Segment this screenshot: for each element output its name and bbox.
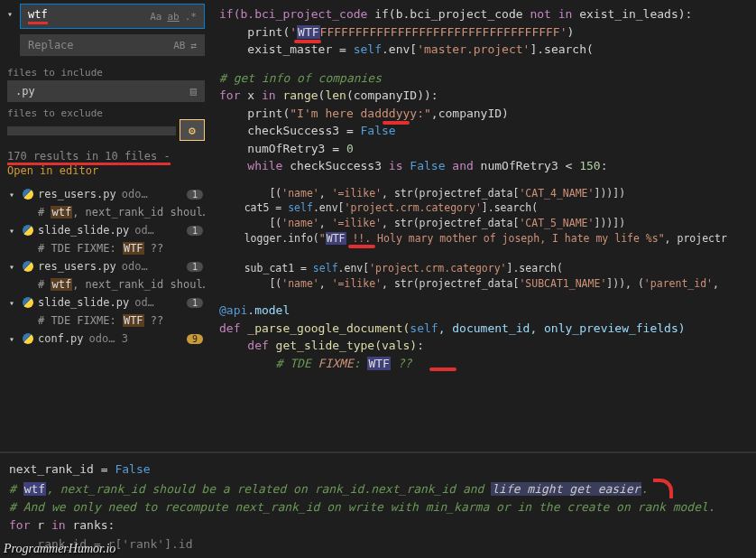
chevron-down-icon[interactable]: ▾	[9, 298, 18, 308]
search-sidebar: ▾ wtf Aa ab .* Replace AB ⇄	[0, 0, 212, 451]
files-exclude-label: files to exclude	[7, 107, 205, 119]
match-count-badge: 1	[187, 262, 203, 272]
replace-all-icon[interactable]: ⇄	[190, 40, 197, 51]
match-line[interactable]: # TDE FIXME: WTF ??	[7, 312, 205, 329]
search-value: wtf	[28, 8, 48, 24]
match-count-badge: 1	[187, 226, 203, 236]
watermark: ProgrammerHumor.io	[4, 542, 115, 556]
chevron-down-icon[interactable]: ▾	[9, 190, 18, 200]
match-count-badge: 9	[187, 334, 203, 344]
python-file-icon	[22, 224, 34, 237]
python-file-icon	[22, 260, 34, 273]
files-include-input[interactable]: .py ▤	[7, 80, 205, 102]
python-file-icon	[22, 296, 34, 309]
snippet-2: # get info of companies for x in range(l…	[214, 66, 754, 179]
match-line[interactable]: # TDE FIXME: WTF ??	[7, 240, 205, 256]
chevron-down-icon[interactable]: ▾	[9, 226, 18, 236]
regex-icon[interactable]: .*	[185, 11, 197, 23]
file-name: slide_slide.py	[38, 296, 129, 309]
snippet-4: @api.model def _parse_google_document(se…	[214, 298, 754, 376]
match-word-icon[interactable]: ab	[168, 11, 180, 23]
file-row[interactable]: ▾conf.pyodo… 39	[7, 329, 205, 349]
code-snippets: if(b.bci_project_code if(b.bci_project_c…	[212, 0, 756, 451]
file-name: res_users.py	[38, 188, 116, 200]
files-include-label: files to include	[7, 67, 205, 79]
file-name: slide_slide.py	[38, 224, 129, 237]
footer-snippet: next_rank_id = False # wtf, next_rank_id…	[0, 451, 756, 555]
file-path: odo…	[122, 260, 148, 273]
match-count-badge: 1	[187, 190, 203, 200]
search-input[interactable]: wtf Aa ab .*	[20, 4, 205, 29]
file-name: res_users.py	[38, 260, 116, 273]
replace-input[interactable]: Replace AB ⇄	[20, 34, 205, 56]
open-in-editor-link[interactable]: Open in editor	[7, 164, 205, 177]
file-row[interactable]: ▾res_users.pyodo…1	[7, 184, 205, 204]
match-case-icon[interactable]: Aa	[150, 11, 161, 23]
results-summary: 170 results in 10 files -	[7, 150, 205, 163]
preserve-case-icon[interactable]: AB	[173, 40, 185, 51]
match-count-badge: 1	[187, 298, 203, 308]
files-exclude-input[interactable]	[7, 126, 176, 135]
file-path: odo… 3	[89, 332, 128, 345]
file-row[interactable]: ▾slide_slide.pyod…1	[7, 293, 205, 312]
match-line[interactable]: # wtf, next_rank_id shoul…	[7, 276, 205, 293]
replace-placeholder: Replace	[28, 39, 74, 51]
python-file-icon	[22, 332, 34, 345]
python-file-icon	[22, 188, 34, 200]
match-line[interactable]: # wtf, next_rank_id shoul…	[7, 204, 205, 220]
file-row[interactable]: ▾res_users.pyodo…1	[7, 256, 205, 276]
file-name: conf.py	[38, 332, 84, 345]
book-icon[interactable]: ▤	[190, 85, 197, 98]
toggle-replace-chevron[interactable]: ▾	[7, 9, 16, 19]
file-path: odo…	[122, 188, 148, 200]
file-row[interactable]: ▾slide_slide.pyod…1	[7, 220, 205, 240]
file-path: od…	[134, 224, 154, 237]
files-include-value: .py	[15, 85, 35, 98]
snippet-3: [('name', '=ilike', str(projectref_data[…	[214, 182, 754, 295]
chevron-down-icon[interactable]: ▾	[9, 262, 18, 272]
gear-icon[interactable]: ⚙	[180, 119, 205, 141]
results-tree: ▾res_users.pyodo…1# wtf, next_rank_id sh…	[7, 184, 205, 349]
file-path: od…	[134, 296, 154, 309]
chevron-down-icon[interactable]: ▾	[9, 334, 18, 344]
snippet-1: if(b.bci_project_code if(b.bci_project_c…	[214, 2, 754, 62]
